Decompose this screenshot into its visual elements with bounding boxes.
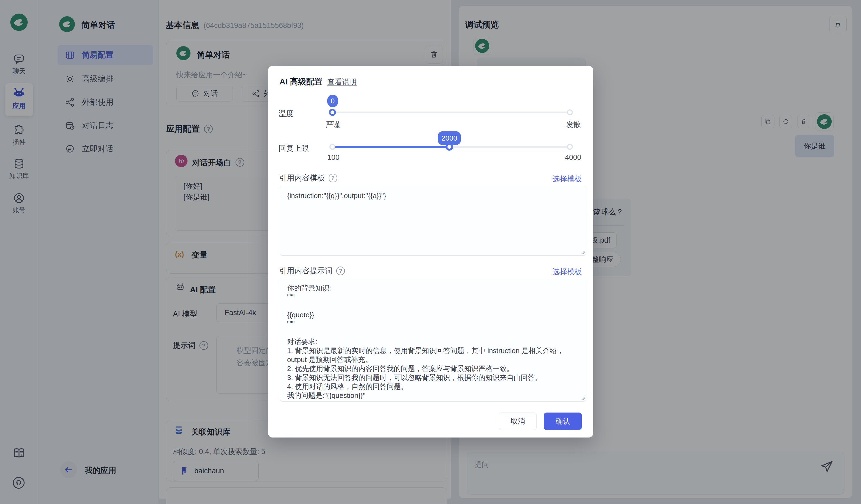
- resize-handle-icon[interactable]: [580, 395, 585, 400]
- app-root: 聊天 应用 插件 知识库 账号 简单对话 简易配置 高级编排: [0, 0, 861, 504]
- quote-prompt-link[interactable]: 选择模板: [552, 267, 582, 276]
- temperature-label: 温度: [278, 109, 293, 119]
- max-tokens-slider-start: [329, 144, 336, 150]
- temperature-max-label: 发散: [566, 120, 581, 130]
- resize-handle-icon[interactable]: [580, 249, 585, 254]
- max-tokens-min-label: 100: [327, 153, 340, 162]
- quote-prompt-label-row: 引用内容提示词 ?: [279, 266, 345, 276]
- temperature-slider-handle[interactable]: [329, 109, 336, 116]
- doc-link[interactable]: 查看说明: [327, 77, 357, 87]
- modal-title: AI 高级配置: [279, 76, 323, 87]
- quote-prompt-help-icon[interactable]: ?: [336, 267, 345, 275]
- max-tokens-label: 回复上限: [278, 143, 309, 154]
- temperature-min-label: 严谨: [326, 120, 340, 130]
- temperature-slider-track[interactable]: [332, 111, 570, 113]
- ai-advanced-config-modal: AI 高级配置 查看说明 温度 0 严谨 发散 回复上限 2000 100 40…: [268, 66, 593, 437]
- quote-template-label-row: 引用内容模板 ?: [279, 173, 337, 183]
- max-tokens-slider-end: [567, 144, 573, 150]
- modal-header: AI 高级配置 查看说明: [279, 76, 357, 87]
- max-tokens-max-label: 4000: [565, 153, 581, 162]
- max-tokens-slider-fill: [332, 146, 449, 148]
- temperature-slider-end: [567, 109, 573, 115]
- cancel-button[interactable]: 取消: [499, 412, 537, 430]
- quote-template-link[interactable]: 选择模板: [552, 174, 582, 184]
- quote-prompt-textarea[interactable]: 你的背景知识: """ {{quote}} """ 对话要求: 1. 背景知识是…: [280, 278, 586, 402]
- temperature-value-badge: 0: [327, 95, 338, 107]
- quote-template-textarea[interactable]: {instruction:"{{q}}",output:"{{a}}"}: [280, 186, 586, 256]
- confirm-button[interactable]: 确认: [544, 412, 582, 430]
- quote-template-help-icon[interactable]: ?: [329, 174, 337, 182]
- max-tokens-slider-handle[interactable]: [446, 143, 453, 151]
